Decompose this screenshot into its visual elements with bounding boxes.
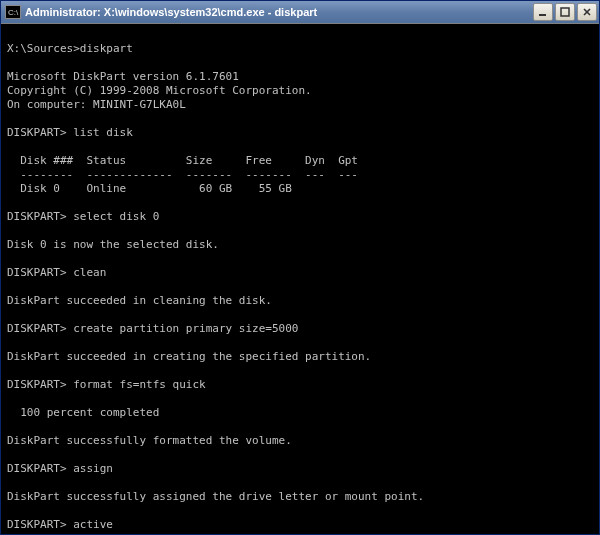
console-line: Microsoft DiskPart version 6.1.7601	[7, 70, 239, 83]
console-line: DISKPART> active	[7, 518, 113, 531]
window-controls	[533, 3, 597, 21]
console-line: Disk ### Status Size Free Dyn Gpt	[7, 154, 358, 167]
console-line: 100 percent completed	[7, 406, 159, 419]
minimize-button[interactable]	[533, 3, 553, 21]
svg-rect-0	[539, 14, 546, 16]
console-area[interactable]: X:\Sources>diskpart Microsoft DiskPart v…	[1, 23, 599, 534]
console-line: DiskPart successfully formatted the volu…	[7, 434, 292, 447]
console-line: X:\Sources>diskpart	[7, 42, 133, 55]
console-line: DiskPart succeeded in creating the speci…	[7, 350, 371, 363]
maximize-button[interactable]	[555, 3, 575, 21]
cmd-icon: C:\	[5, 5, 21, 19]
console-line: DISKPART> select disk 0	[7, 210, 159, 223]
console-line: DISKPART> list disk	[7, 126, 133, 139]
console-line: DISKPART> format fs=ntfs quick	[7, 378, 206, 391]
window-title: Administrator: X:\windows\system32\cmd.e…	[25, 6, 533, 18]
console-line: Copyright (C) 1999-2008 Microsoft Corpor…	[7, 84, 312, 97]
cmd-window: C:\ Administrator: X:\windows\system32\c…	[0, 0, 600, 535]
console-line: DiskPart succeeded in cleaning the disk.	[7, 294, 272, 307]
titlebar[interactable]: C:\ Administrator: X:\windows\system32\c…	[1, 1, 599, 23]
console-line: DISKPART> assign	[7, 462, 113, 475]
console-line: DISKPART> create partition primary size=…	[7, 322, 298, 335]
console-line: -------- ------------- ------- ------- -…	[7, 168, 358, 181]
close-button[interactable]	[577, 3, 597, 21]
console-line: DISKPART> clean	[7, 266, 106, 279]
svg-rect-1	[561, 8, 569, 16]
console-line: Disk 0 is now the selected disk.	[7, 238, 219, 251]
console-line: On computer: MININT-G7LKA0L	[7, 98, 186, 111]
console-line: Disk 0 Online 60 GB 55 GB	[7, 182, 292, 195]
console-line: DiskPart successfully assigned the drive…	[7, 490, 424, 503]
